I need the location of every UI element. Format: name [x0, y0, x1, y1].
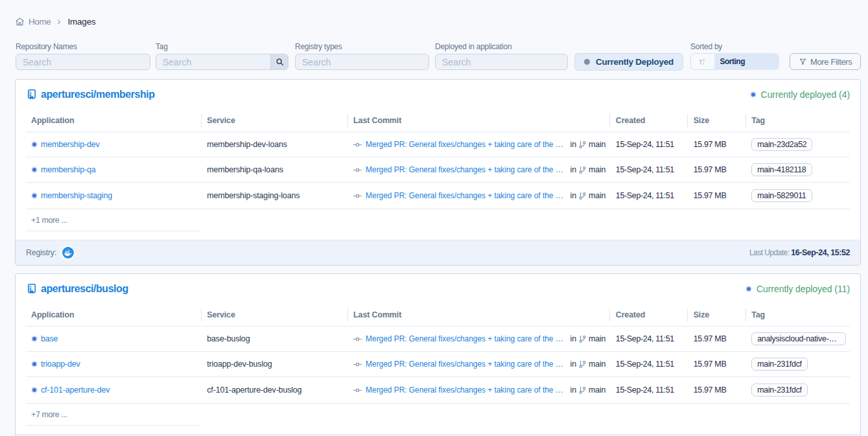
svg-text:A: A [703, 58, 705, 62]
svg-text:z: z [703, 62, 704, 65]
